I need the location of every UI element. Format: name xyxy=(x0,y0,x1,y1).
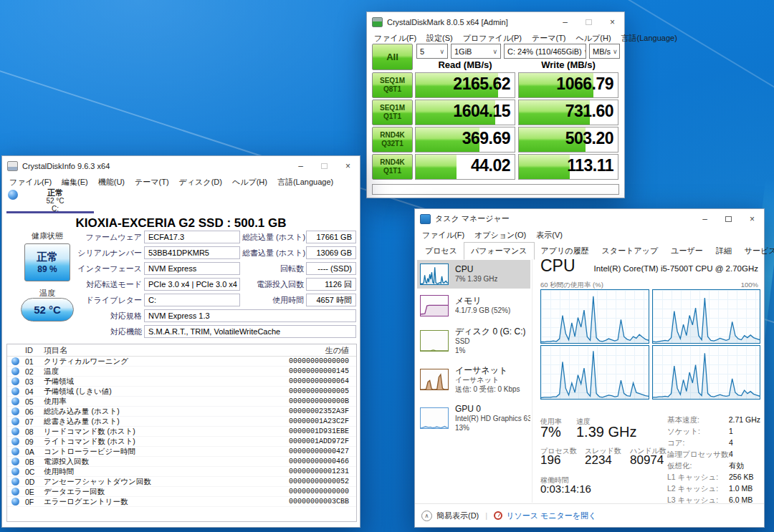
selected-disk-underline xyxy=(6,211,94,213)
tab-details[interactable]: 詳細 xyxy=(710,243,738,259)
task-manager-app-icon xyxy=(420,214,431,224)
maximize-button[interactable] xyxy=(577,12,601,32)
disk-tab-temp: 52 °C xyxy=(46,197,64,205)
menu-theme[interactable]: テーマ(T) xyxy=(130,175,174,189)
disk-tab-status: 正常 xyxy=(47,188,63,197)
close-button[interactable]: × xyxy=(740,209,764,228)
smart-row: 05使用率0000000000000B xyxy=(7,397,356,407)
detail-row: 仮想化:有効 xyxy=(667,461,760,471)
read-result-cell[interactable]: 1604.15 xyxy=(415,100,515,125)
close-button[interactable]: × xyxy=(601,12,624,32)
disk-mini-graph xyxy=(420,330,449,352)
menu-bar: ファイル(F) 編集(E) 機能(U) テーマ(T) ディスク(D) ヘルプ(H… xyxy=(2,175,360,189)
sidebar-item-disk0[interactable]: ディスク 0 (G: C:) SSD 1% xyxy=(417,323,530,359)
tab-users[interactable]: ユーザー xyxy=(664,243,710,259)
cpu-heading: CPU xyxy=(540,256,575,276)
window-title: CrystalDiskMark 8.0.5 x64 [Admin] xyxy=(387,18,553,26)
status-dot-icon xyxy=(11,377,19,385)
menu-help[interactable]: ヘルプ(H) xyxy=(227,175,272,189)
test-type-button[interactable]: SEQ1MQ8T1 xyxy=(372,72,413,98)
minimize-button[interactable]: – xyxy=(289,156,312,175)
minimize-button[interactable]: – xyxy=(693,209,717,228)
smart-row: 0C使用時間00000000001231 xyxy=(7,467,356,477)
field-label: 総読込量 (ホスト) xyxy=(242,232,304,243)
detail-row: 基本速度:2.71 GHz xyxy=(667,415,760,425)
smart-row: 01クリティカルワーニング00000000000000 xyxy=(7,357,356,367)
field-label: シリアルナンバー xyxy=(45,248,142,258)
status-dot-icon xyxy=(11,488,19,495)
smart-row: 0B電源投入回数00000000000466 xyxy=(7,457,356,467)
target-drive-select[interactable]: C: 24% (110/465GiB)∨ xyxy=(504,44,586,59)
menu-file[interactable]: ファイル(F) xyxy=(4,175,57,189)
field-value: 4657 時間 xyxy=(306,294,356,306)
smart-row: 03予備領域00000000000064 xyxy=(7,377,356,387)
sidebar-item-ethernet[interactable]: イーサネット イーサネット 送信: 0 受信: 0 Kbps xyxy=(417,362,530,397)
field-label: 電源投入回数 xyxy=(242,279,304,290)
simple-view-button[interactable]: 簡易表示(D) xyxy=(436,511,479,521)
test-type-button[interactable]: RND4KQ32T1 xyxy=(372,127,413,153)
menu-language[interactable]: 言語(Language) xyxy=(616,32,682,45)
write-result-cell[interactable]: 113.11 xyxy=(518,154,618,180)
memory-mini-graph xyxy=(420,295,449,316)
chevron-down-icon: ∨ xyxy=(611,48,618,55)
cpu-core-graph-2[interactable] xyxy=(652,289,760,344)
status-dot-icon xyxy=(11,458,19,465)
tab-processes[interactable]: プロセス xyxy=(419,243,464,259)
test-size-select[interactable]: 1GiB∨ xyxy=(451,44,501,59)
read-result-cell[interactable]: 369.69 xyxy=(415,127,515,153)
field-label: 回転数 xyxy=(242,263,304,274)
menu-function[interactable]: 機能(U) xyxy=(93,175,130,189)
test-type-button[interactable]: SEQ1MQ1T1 xyxy=(372,100,413,125)
status-dot-icon xyxy=(11,437,19,445)
cpu-core-graph-3[interactable] xyxy=(540,345,649,400)
read-result-cell[interactable]: 2165.62 xyxy=(415,72,515,98)
close-button[interactable]: × xyxy=(336,156,360,175)
result-bar xyxy=(519,155,570,179)
write-result-cell[interactable]: 503.20 xyxy=(518,127,618,153)
maximize-button[interactable] xyxy=(717,209,740,228)
test-count-select[interactable]: 5∨ xyxy=(416,44,448,59)
minimize-button[interactable]: – xyxy=(553,12,577,32)
menu-edit[interactable]: 編集(E) xyxy=(57,175,93,189)
detail-row: ソケット:1 xyxy=(667,427,760,437)
field-value: ECFA17.3 xyxy=(144,231,240,243)
footer-bar: ∧ 簡易表示(D) | リソース モニターを開く xyxy=(415,503,764,527)
menu-file[interactable]: ファイル(F) xyxy=(417,228,469,242)
sidebar-item-gpu0[interactable]: GPU 0 Intel(R) HD Graphics 630 13% xyxy=(417,400,530,436)
detail-row: L2 キャッシュ:1.0 MB xyxy=(667,484,760,494)
processes-value: 196 xyxy=(540,453,560,468)
tab-startup[interactable]: スタートアップ xyxy=(596,243,665,259)
disk-status-dot-icon xyxy=(8,190,18,200)
menu-language[interactable]: 言語(Language) xyxy=(272,175,338,189)
test-type-button[interactable]: RND4KQ1T1 xyxy=(372,154,413,180)
run-all-button[interactable]: All xyxy=(372,44,413,70)
open-resource-monitor-link[interactable]: リソース モニターを開く xyxy=(506,511,596,521)
menu-view[interactable]: 表示(V) xyxy=(531,228,568,242)
field-label: ファームウェア xyxy=(45,232,142,243)
smart-row: 0Fエラーログエントリー数00000000003CBB xyxy=(7,497,356,507)
disk-model-title: KIOXIA-EXCERIA G2 SSD : 500.1 GB xyxy=(2,216,360,231)
sidebar-item-memory[interactable]: メモリ 4.1/7.9 GB (52%) xyxy=(417,291,530,320)
tab-performance[interactable]: パフォーマンス xyxy=(464,242,535,260)
disk-selector-tab[interactable]: 正常 52 °C C: xyxy=(2,189,360,213)
threads-value: 2234 xyxy=(585,453,612,468)
unit-select[interactable]: MB/s∨ xyxy=(589,44,620,59)
cpu-core-graph-4[interactable] xyxy=(652,345,760,400)
smart-row: 0Aコントローラービジー時間00000000000427 xyxy=(7,447,356,457)
cpu-mini-graph xyxy=(420,263,449,285)
cpu-core-graph-1[interactable] xyxy=(540,289,649,344)
write-result-cell[interactable]: 1066.79 xyxy=(518,72,618,98)
sidebar-item-cpu[interactable]: CPU 7% 1.39 GHz xyxy=(417,260,530,289)
maximize-button[interactable] xyxy=(312,156,336,175)
write-result-cell[interactable]: 731.60 xyxy=(518,100,618,125)
read-result-cell[interactable]: 44.02 xyxy=(415,154,515,180)
tab-services[interactable]: サービス xyxy=(738,243,774,259)
field-value: PCIe 3.0 x4 | PCIe 3.0 x4 xyxy=(144,278,240,291)
menu-options[interactable]: オプション(O) xyxy=(469,228,531,242)
status-dot-icon xyxy=(11,407,19,415)
crystaldiskinfo-window: CrystalDiskInfo 9.6.3 x64 – × ファイル(F) 編集… xyxy=(1,155,360,528)
smart-row: 0Dアンセーフシャットダウン回数00000000000052 xyxy=(7,477,356,487)
status-dot-icon xyxy=(11,498,19,506)
smart-row: 02温度00000000000145 xyxy=(7,367,356,377)
menu-disk[interactable]: ディスク(D) xyxy=(174,175,227,189)
